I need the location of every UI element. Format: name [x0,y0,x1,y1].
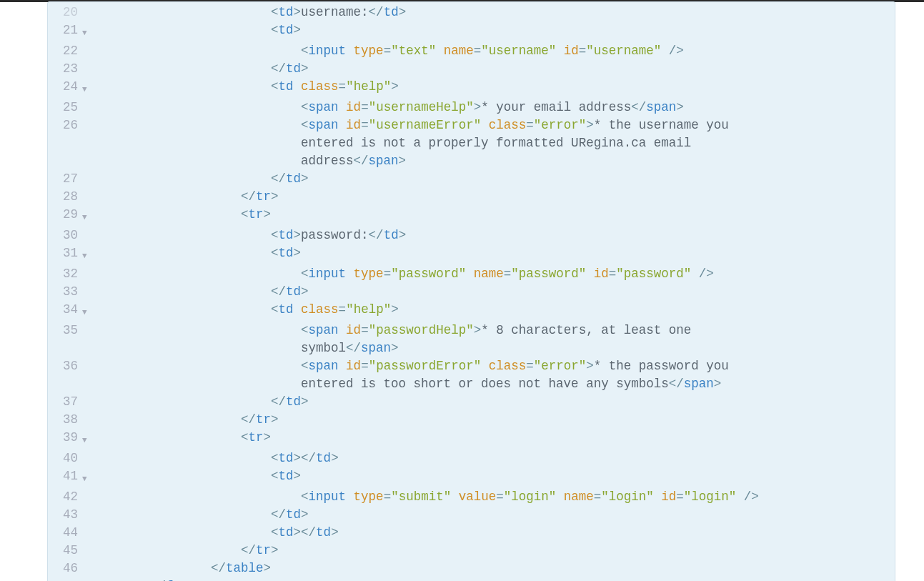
code-line[interactable]: 22 <input type="text" name="username" id… [48,42,895,60]
line-number: 41 [48,467,82,485]
fold-chevron-icon[interactable] [82,429,91,450]
line-number: 28 [48,188,82,206]
line-number: 30 [48,227,82,244]
code-line[interactable]: 46 </table> [48,560,895,577]
code-content[interactable]: </td> [91,393,895,411]
code-line[interactable]: 30 <td>password:</td> [48,227,895,244]
fold-chevron-icon[interactable] [82,467,91,488]
fold-chevron-icon [82,170,91,173]
code-content[interactable]: <td class="help"> [91,78,895,96]
line-number: 32 [48,265,82,283]
fold-chevron-icon [82,357,91,360]
code-content[interactable]: <input type="submit" value="login" name=… [91,488,895,506]
code-content[interactable]: </td> [91,170,895,188]
code-content[interactable]: <tr> [91,206,895,224]
line-number: 44 [48,524,82,542]
fold-chevron-icon[interactable] [82,301,91,322]
code-line[interactable]: 44 <td></td> [48,524,895,542]
code-line[interactable]: 20 <td>username:</td> [48,4,895,21]
code-line[interactable]: 33 </td> [48,283,895,301]
code-content[interactable]: </td> [91,60,895,78]
code-content[interactable]: address</span> [91,152,895,170]
code-content[interactable]: <td> [91,21,895,39]
line-number: 29 [48,206,82,224]
fold-chevron-icon[interactable] [82,206,91,227]
code-line[interactable]: 23 </td> [48,60,895,78]
line-number: 42 [48,488,82,506]
code-content[interactable]: <td></td> [91,450,895,467]
code-content[interactable]: <span id="usernameError" class="error">*… [91,116,895,134]
fold-chevron-icon [82,42,91,45]
code-editor[interactable]: 20 <td>username:</td>21 <td>22 <input ty… [47,1,895,581]
code-line[interactable]: 26 <span id="usernameError" class="error… [48,116,895,134]
code-line[interactable]: 29 <tr> [48,206,895,227]
code-content[interactable]: <td></td> [91,524,895,542]
code-line[interactable]: entered is not a properly formatted UReg… [48,134,895,152]
code-content[interactable]: <span id="passwordError" class="error">*… [91,357,895,375]
code-line[interactable]: 34 <td class="help"> [48,301,895,322]
fold-chevron-icon [82,188,91,191]
code-line[interactable]: 31 <td> [48,244,895,265]
code-line[interactable]: address</span> [48,152,895,170]
fold-chevron-icon [82,99,91,101]
code-line[interactable]: 37 </td> [48,393,895,411]
code-content[interactable]: </td> [91,506,895,524]
fold-chevron-icon[interactable] [82,78,91,99]
code-line[interactable]: 25 <span id="usernameHelp">* your email … [48,99,895,116]
fold-chevron-icon [82,60,91,63]
code-content[interactable]: <span id="passwordHelp">* 8 characters, … [91,322,895,339]
line-number: 35 [48,322,82,339]
code-content[interactable]: </table> [91,560,895,577]
code-line[interactable]: 32 <input type="password" name="password… [48,265,895,283]
line-number: 46 [48,560,82,577]
line-number: 26 [48,116,82,134]
fold-chevron-icon[interactable] [82,244,91,265]
fold-chevron-icon [82,524,91,527]
code-line[interactable]: symbol</span> [48,339,895,357]
code-line[interactable]: 38 </tr> [48,411,895,429]
code-content[interactable]: <tr> [91,429,895,447]
code-content[interactable]: </tr> [91,542,895,560]
page-container: 20 <td>username:</td>21 <td>22 <input ty… [0,0,924,581]
line-number: 27 [48,170,82,188]
code-line[interactable]: entered is too short or does not have an… [48,375,895,393]
code-content[interactable]: <td>username:</td> [91,4,895,21]
code-line[interactable]: 40 <td></td> [48,450,895,467]
code-line[interactable]: 21 <td> [48,21,895,42]
code-content[interactable]: <td> [91,467,895,485]
code-content[interactable]: </tr> [91,411,895,429]
line-number: 45 [48,542,82,560]
fold-chevron-icon [82,506,91,509]
code-line[interactable]: 27 </td> [48,170,895,188]
code-content[interactable]: <span id="usernameHelp">* your email add… [91,99,895,116]
code-content[interactable]: symbol</span> [91,339,895,357]
code-line[interactable]: 41 <td> [48,467,895,488]
code-line[interactable]: 47 </form> [48,577,895,581]
code-content[interactable]: entered is too short or does not have an… [91,375,895,393]
code-content[interactable]: <input type="password" name="password" i… [91,265,895,283]
line-number: 31 [48,244,82,262]
fold-chevron-icon [82,283,91,286]
code-line[interactable]: 39 <tr> [48,429,895,450]
code-content[interactable]: </form> [91,577,895,581]
line-number: 21 [48,21,82,39]
fold-chevron-icon[interactable] [82,21,91,42]
code-line[interactable]: 36 <span id="passwordError" class="error… [48,357,895,375]
code-content[interactable]: entered is not a properly formatted UReg… [91,134,895,152]
code-line[interactable]: 24 <td class="help"> [48,78,895,99]
code-line[interactable]: 43 </td> [48,506,895,524]
line-number: 37 [48,393,82,411]
code-content[interactable]: </td> [91,283,895,301]
code-line[interactable]: 28 </tr> [48,188,895,206]
code-line[interactable]: 42 <input type="submit" value="login" na… [48,488,895,506]
code-content[interactable]: </tr> [91,188,895,206]
code-content[interactable]: <td>password:</td> [91,227,895,244]
code-line[interactable]: 45 </tr> [48,542,895,560]
code-content[interactable]: <td> [91,244,895,262]
code-line[interactable]: 35 <span id="passwordHelp">* 8 character… [48,322,895,339]
fold-chevron-icon [82,542,91,545]
fold-chevron-icon [82,322,91,324]
code-content[interactable]: <td class="help"> [91,301,895,319]
code-content[interactable]: <input type="text" name="username" id="u… [91,42,895,60]
line-number: 24 [48,78,82,96]
